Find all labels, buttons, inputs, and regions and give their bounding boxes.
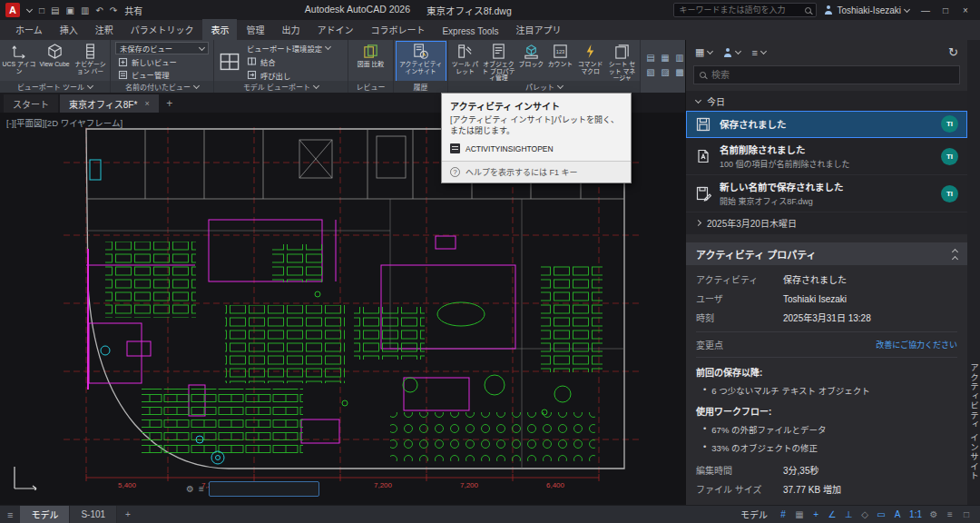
tab-featured-apps[interactable]: 注目アプリ [507, 19, 569, 40]
new-drawing-tab-button[interactable]: + [161, 94, 179, 113]
annotation-scale[interactable]: 1:1 [906, 509, 926, 519]
global-search[interactable] [673, 3, 817, 17]
clean-screen-button[interactable]: □ [958, 509, 975, 519]
navigation-bar-button[interactable]: ナビゲーション バー [73, 42, 108, 81]
layout-menu-icon[interactable]: ≡ [0, 509, 20, 520]
restore-viewports-button[interactable]: 呼び出し [244, 69, 333, 81]
ribbon-extra-icon[interactable]: ▩ [673, 67, 685, 80]
global-search-input[interactable] [679, 5, 800, 15]
activity-list: 今日 保存されました TI 名前削除されました 100 個の項目が名前 [686, 91, 967, 234]
panel-label-viewport-tools[interactable]: ビューポート ツール [0, 81, 110, 93]
command-macros-button[interactable]: コマンド マクロ [575, 42, 605, 81]
viewport-config-dropdown[interactable]: ビューポート環境設定 [244, 42, 333, 54]
print-icon[interactable]: ▥ [81, 5, 89, 15]
tab-express-tools[interactable]: Express Tools [434, 23, 506, 40]
list-options-button[interactable]: ≡ [751, 47, 765, 58]
since-last-save-title: 前回の保存以降: [696, 365, 957, 379]
feedback-link[interactable]: 改善にご協力ください [876, 339, 957, 350]
annotation-visibility-toggle[interactable]: A [889, 509, 906, 519]
minimize-button[interactable]: — [916, 5, 935, 15]
ucs-icon-button[interactable]: UCS アイコン [2, 42, 36, 81]
command-menu-icon[interactable]: ≡ [199, 484, 204, 494]
tool-palettes-button[interactable]: ツール パレット [450, 42, 480, 81]
tab-parametric[interactable]: パラメトリック [122, 19, 202, 40]
panel-label-model-viewports[interactable]: モデル ビューポート [214, 81, 348, 93]
palette-search-input[interactable] [711, 70, 954, 80]
redo-icon[interactable]: ↷ [110, 5, 117, 15]
user-account-button[interactable]: Toshiaki-Isezaki [824, 5, 909, 15]
command-line[interactable]: ⚙ ≡ [186, 481, 319, 497]
model-tab[interactable]: モデル [20, 506, 70, 523]
prop-time: 時刻 2025年3月31日 13:28 [696, 311, 957, 324]
ortho-mode-toggle[interactable]: ⊥ [840, 509, 857, 519]
ribbon-extra-icon[interactable]: ▤ [644, 53, 657, 65]
tab-output[interactable]: 出力 [273, 19, 308, 40]
ribbon-extra-icon[interactable]: ▧ [644, 67, 657, 80]
viewport-controls-label[interactable]: [-][平面図][2D ワイヤフレーム] [6, 116, 122, 129]
tab-addins[interactable]: アドイン [309, 19, 361, 40]
activity-entry-saved[interactable]: 保存されました TI [686, 111, 967, 138]
sheet-set-manager-button[interactable]: シート セット マネージャ [606, 42, 638, 81]
tab-manage[interactable]: 管理 [238, 19, 272, 40]
ribbon-extra-icon[interactable]: ▦ [659, 53, 671, 65]
activity-insight-button[interactable]: アクティビティ インサイト [397, 42, 446, 81]
space-indicator[interactable]: モデル [733, 508, 775, 521]
group-today[interactable]: 今日 [686, 91, 967, 111]
panel-label-palettes[interactable]: パレット [448, 81, 640, 93]
new-layout-button[interactable]: + [117, 509, 139, 519]
view-selector-dropdown[interactable]: 未保存のビュー [115, 42, 209, 54]
dynamic-input-toggle[interactable]: + [808, 509, 824, 519]
activity-entry-saveas[interactable]: 新しい名前で保存されました 開始 東京オフィス8F.dwg TI [686, 175, 967, 212]
count-palette-button[interactable]: 123 カウント [546, 42, 574, 81]
maximize-button[interactable]: □ [936, 5, 955, 15]
new-view-button[interactable]: 新しいビュー [115, 56, 209, 67]
customization-button[interactable]: ≡ [942, 509, 958, 519]
grid-display-toggle[interactable]: # [775, 509, 791, 519]
tab-insert[interactable]: 挿入 [52, 19, 86, 40]
view-manager-button[interactable]: ビュー管理 [115, 69, 209, 80]
tab-annotate[interactable]: 注釈 [87, 19, 122, 40]
polar-tracking-toggle[interactable]: ∠ [824, 509, 840, 519]
view-cube-button[interactable]: View Cube [37, 42, 72, 81]
panel-label-history[interactable]: 履歴 [394, 81, 447, 93]
app-menu-chevron-icon[interactable] [26, 5, 33, 12]
tab-view[interactable]: 表示 [202, 19, 237, 40]
join-viewports-button[interactable]: 結合 [244, 55, 333, 67]
ribbon-extra-icon[interactable]: ▥ [673, 53, 685, 65]
drawing-compare-button[interactable]: 図面 比較 [351, 42, 391, 81]
close-tab-icon[interactable]: × [144, 99, 149, 108]
palette-side-tab[interactable]: アクティビティ インサイト [967, 40, 980, 505]
filter-user-button[interactable] [723, 48, 740, 57]
tab-home[interactable]: ホーム [7, 19, 51, 40]
panel-label-review[interactable]: レビュー [348, 81, 393, 93]
save-icon[interactable]: ▣ [66, 5, 74, 15]
activity-properties-header[interactable]: アクティビティ プロパティ [686, 242, 967, 265]
blocks-palette-button[interactable]: ブロック [517, 42, 545, 81]
collapse-properties-icon[interactable] [953, 247, 957, 262]
close-button[interactable]: × [956, 5, 975, 15]
panel-label-named-views[interactable]: 名前の付いたビュー [111, 81, 213, 93]
command-input[interactable] [216, 485, 319, 494]
new-file-icon[interactable]: □ [39, 5, 44, 15]
layout-tab-s101[interactable]: S-101 [70, 506, 117, 523]
tab-collaborate[interactable]: コラボレート [362, 19, 433, 40]
properties-palette-button[interactable]: オブジェクト プロパティ管理 [481, 42, 516, 81]
workspace-switching-button[interactable]: ⚙ [926, 509, 942, 519]
palette-search[interactable] [693, 65, 960, 84]
snap-mode-toggle[interactable]: ▦ [791, 509, 808, 519]
activity-entry-purged[interactable]: 名前削除されました 100 個の項目が名前削除されました TI [686, 138, 967, 175]
share-button[interactable]: 共有 [124, 4, 142, 17]
group-date[interactable]: 2025年3月20日木曜日 [686, 212, 967, 232]
view-mode-button[interactable]: ▦ [695, 46, 712, 58]
isometric-drafting-toggle[interactable]: ◇ [857, 509, 873, 519]
autocad-logo-icon[interactable]: A [5, 3, 20, 17]
command-input-box[interactable] [209, 481, 319, 497]
ribbon-extra-icon[interactable]: ▨ [659, 67, 671, 80]
tab-start[interactable]: スタート [4, 94, 58, 113]
undo-icon[interactable]: ↶ [95, 5, 103, 15]
tab-current-drawing[interactable]: 東京オフィス8F* × [60, 94, 159, 113]
object-snap-toggle[interactable]: ▭ [873, 509, 889, 519]
refresh-icon[interactable]: ↻ [948, 45, 958, 59]
customize-icon[interactable]: ⚙ [186, 484, 194, 494]
open-file-icon[interactable]: ▤ [51, 5, 59, 15]
